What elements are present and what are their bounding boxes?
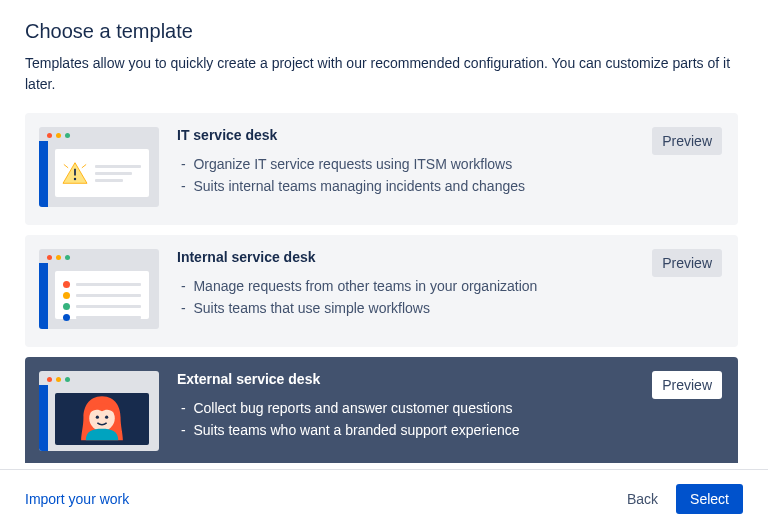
svg-point-2 xyxy=(74,178,76,180)
import-your-work-link[interactable]: Import your work xyxy=(25,491,129,507)
template-title: Internal service desk xyxy=(177,249,722,265)
preview-button[interactable]: Preview xyxy=(652,127,722,155)
template-bullet: Suits internal teams managing incidents … xyxy=(177,175,722,197)
template-title: External service desk xyxy=(177,371,722,387)
template-bullet: Suits teams who want a branded support e… xyxy=(177,419,722,441)
template-bullet: Collect bug reports and answer customer … xyxy=(177,397,722,419)
template-bullet: Suits teams that use simple workflows xyxy=(177,297,722,319)
page-subtitle: Templates allow you to quickly create a … xyxy=(25,53,743,95)
external-service-desk-icon xyxy=(39,371,159,451)
template-bullet: Organize IT service requests using ITSM … xyxy=(177,153,722,175)
svg-line-4 xyxy=(82,164,86,167)
template-card-internal-service-desk[interactable]: Internal service desk Manage requests fr… xyxy=(25,235,738,347)
template-title: IT service desk xyxy=(177,127,722,143)
internal-service-desk-icon xyxy=(39,249,159,329)
svg-line-3 xyxy=(64,164,68,167)
template-list[interactable]: IT service desk Organize IT service requ… xyxy=(25,113,743,463)
template-card-external-service-desk[interactable]: External service desk Collect bug report… xyxy=(25,357,738,463)
preview-button[interactable]: Preview xyxy=(652,249,722,277)
footer: Import your work Back Select xyxy=(0,469,768,530)
select-button[interactable]: Select xyxy=(676,484,743,514)
it-service-desk-icon xyxy=(39,127,159,207)
template-card-it-service-desk[interactable]: IT service desk Organize IT service requ… xyxy=(25,113,738,225)
template-bullet: Manage requests from other teams in your… xyxy=(177,275,722,297)
svg-point-6 xyxy=(96,416,99,419)
page-title: Choose a template xyxy=(25,20,743,43)
svg-point-7 xyxy=(105,416,108,419)
back-button[interactable]: Back xyxy=(627,491,658,507)
preview-button[interactable]: Preview xyxy=(652,371,722,399)
